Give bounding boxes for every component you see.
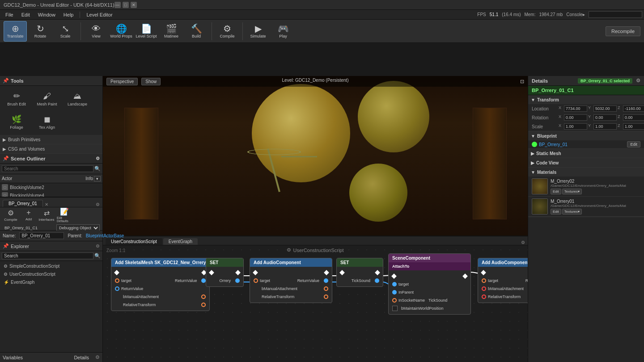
explorer-item-user-construction[interactable]: ⚙ UserConstructionScript bbox=[0, 270, 102, 278]
location-z[interactable] bbox=[623, 105, 644, 112]
bp-tab-close[interactable]: ✕ bbox=[45, 202, 48, 207]
add-tool[interactable]: + Add bbox=[21, 207, 37, 223]
canvas-options-icon[interactable]: ⚙ bbox=[521, 240, 525, 245]
bp-tab[interactable]: BP_Orrery_01 bbox=[3, 200, 43, 207]
mesh-paint-tool[interactable]: 🖌 Mesh Paint bbox=[32, 88, 62, 110]
bp-edit-button[interactable]: Edit bbox=[627, 141, 640, 147]
bp-panel-options[interactable]: ⚙ bbox=[96, 202, 100, 207]
material-edit-button-2[interactable]: Edit bbox=[551, 209, 561, 215]
play-button[interactable]: 🎮 Play bbox=[271, 21, 295, 42]
node-add-audio-1[interactable]: Add AudioComponent target ReturnValue bbox=[250, 258, 332, 303]
exec-pin-in[interactable] bbox=[114, 270, 119, 275]
actor-item[interactable]: □ BlockingVolume2 bbox=[0, 183, 102, 191]
level-script-button[interactable]: 📄 Level Script bbox=[135, 21, 158, 42]
location-y[interactable] bbox=[593, 105, 617, 112]
rotate-button[interactable]: ↻ Rotate bbox=[29, 21, 52, 42]
material-textures-button-1[interactable]: Textures▾ bbox=[562, 189, 582, 194]
node-set-2[interactable]: SET TickSound bbox=[336, 258, 383, 287]
interfaces-tool[interactable]: ⇄ Interfaces bbox=[38, 207, 55, 223]
blueprint-header[interactable]: ▼ Blueprint bbox=[528, 131, 644, 140]
blueprint-canvas[interactable]: Zoom 1:1 ⚙ UserConstructionScript bbox=[103, 245, 528, 362]
materials-header[interactable]: ▼ Materials bbox=[528, 168, 644, 177]
return-pin-in[interactable] bbox=[115, 286, 119, 291]
edit-defaults-tool[interactable]: 📝 Edit Defaults bbox=[56, 207, 72, 223]
code-view-header[interactable]: ▶ Code View bbox=[528, 158, 644, 167]
insocket-pin[interactable] bbox=[392, 298, 397, 303]
exec-pin-in[interactable] bbox=[481, 270, 486, 275]
material-edit-button-1[interactable]: Edit bbox=[551, 189, 561, 194]
manual-attach-pin[interactable] bbox=[324, 286, 328, 291]
exec-pin-in[interactable] bbox=[339, 270, 344, 275]
brush-primitives-header[interactable]: ▶ Brush Primitives bbox=[0, 135, 102, 144]
scale-button[interactable]: ⤡ Scale bbox=[54, 21, 77, 42]
tick-sound-pin[interactable] bbox=[375, 278, 379, 283]
material-textures-button-2[interactable]: Textures▾ bbox=[562, 209, 582, 215]
minimize-button[interactable]: — bbox=[114, 2, 121, 8]
outliner-search-input[interactable] bbox=[2, 165, 93, 172]
menu-file[interactable]: File bbox=[2, 11, 17, 18]
explorer-item-simple-construction[interactable]: ⚙ SimpleConstructionScript bbox=[0, 262, 102, 270]
close-button[interactable]: ✕ bbox=[131, 2, 137, 8]
return-pin[interactable] bbox=[324, 278, 328, 283]
explorer-options-icon[interactable]: ⚙ bbox=[96, 244, 100, 248]
transform-header[interactable]: ▼ Transform bbox=[528, 95, 644, 104]
node-scene-attach[interactable]: SceneComponent AttachTo target bbox=[388, 253, 471, 315]
node-add-skeletal-mesh[interactable]: Add SkeletalMesh SK_GDC12_New_Orrery tar… bbox=[111, 258, 210, 311]
checkbox-pin[interactable] bbox=[392, 306, 398, 311]
target-pin[interactable] bbox=[254, 278, 258, 283]
matinee-button[interactable]: 🎬 Matinee bbox=[160, 21, 183, 42]
exec-pin-out[interactable] bbox=[375, 270, 380, 275]
build-button[interactable]: 🔨 Build bbox=[185, 21, 208, 42]
view-button[interactable]: 👁 View bbox=[85, 21, 108, 42]
exec-pin-in[interactable] bbox=[209, 270, 214, 275]
manual-attach-pin[interactable] bbox=[201, 295, 206, 299]
simulate-button[interactable]: ▶ Simulate bbox=[246, 21, 270, 42]
details-options-icon[interactable]: ⚙ bbox=[636, 78, 640, 84]
node-set-1[interactable]: SET Orrery bbox=[206, 258, 244, 287]
maximize-button[interactable]: □ bbox=[123, 2, 129, 8]
rotation-x[interactable] bbox=[564, 114, 587, 121]
exec-pin-in[interactable] bbox=[391, 274, 396, 278]
rel-transform-pin[interactable] bbox=[482, 295, 486, 299]
world-props-button[interactable]: 🌐 World Props bbox=[110, 21, 133, 42]
tex-align-tool[interactable]: ◼ Tex Align bbox=[32, 111, 62, 133]
rotation-y[interactable] bbox=[593, 114, 617, 121]
bp-name-input[interactable] bbox=[19, 232, 64, 239]
foliage-tool[interactable]: 🌿 Foliage bbox=[2, 111, 31, 133]
static-mesh-header[interactable]: ▶ Static Mesh bbox=[528, 149, 644, 158]
landscape-tool[interactable]: ⛰ Landscape bbox=[63, 88, 92, 110]
show-button[interactable]: Show bbox=[141, 78, 161, 85]
scale-y[interactable] bbox=[593, 123, 617, 130]
perspective-button[interactable]: Perspective bbox=[106, 78, 138, 85]
exec-pin-out[interactable] bbox=[462, 274, 467, 278]
recompile-button[interactable]: Recompile bbox=[606, 26, 640, 36]
translate-button[interactable]: ⊕ Translate bbox=[4, 21, 27, 42]
rel-transform-pin[interactable] bbox=[324, 295, 328, 299]
bp-link[interactable]: BP_Orrery_01 bbox=[539, 142, 568, 147]
compile-button[interactable]: ⚙ Compile bbox=[216, 21, 239, 42]
exec-pin-out[interactable] bbox=[324, 270, 329, 275]
return-pin[interactable] bbox=[201, 278, 206, 283]
viewport-maximize-icon[interactable]: ⊡ bbox=[520, 79, 524, 84]
target-pin[interactable] bbox=[115, 278, 119, 283]
scale-x[interactable] bbox=[564, 123, 587, 130]
brush-edit-tool[interactable]: ✏ Brush Edit bbox=[2, 88, 31, 110]
console-input[interactable] bbox=[589, 11, 642, 18]
tab-event-graph[interactable]: EventGraph bbox=[163, 238, 198, 245]
target-pin[interactable] bbox=[392, 282, 397, 286]
csg-volumes-header[interactable]: ▶ CSG and Volumes bbox=[0, 144, 102, 153]
menu-help[interactable]: Help bbox=[60, 11, 77, 18]
menu-window[interactable]: Window bbox=[34, 11, 59, 18]
outliner-options-icon[interactable]: ⚙ bbox=[96, 156, 100, 161]
exec-pin-in[interactable] bbox=[253, 270, 258, 275]
explorer-item-event-graph[interactable]: ⚡ EventGraph bbox=[0, 278, 102, 286]
inparent-pin[interactable] bbox=[392, 290, 397, 295]
menu-edit[interactable]: Edit bbox=[18, 11, 34, 18]
orrery-pin[interactable] bbox=[235, 278, 240, 283]
node-add-audio-2[interactable]: Add AudioComponent target ReturnValue bbox=[478, 258, 528, 303]
location-x[interactable] bbox=[564, 105, 587, 112]
bp-footer-options[interactable]: ⚙ bbox=[95, 354, 100, 360]
scale-z[interactable] bbox=[623, 123, 644, 130]
manual-attach-pin[interactable] bbox=[482, 286, 486, 291]
rel-transform-pin[interactable] bbox=[201, 303, 206, 307]
